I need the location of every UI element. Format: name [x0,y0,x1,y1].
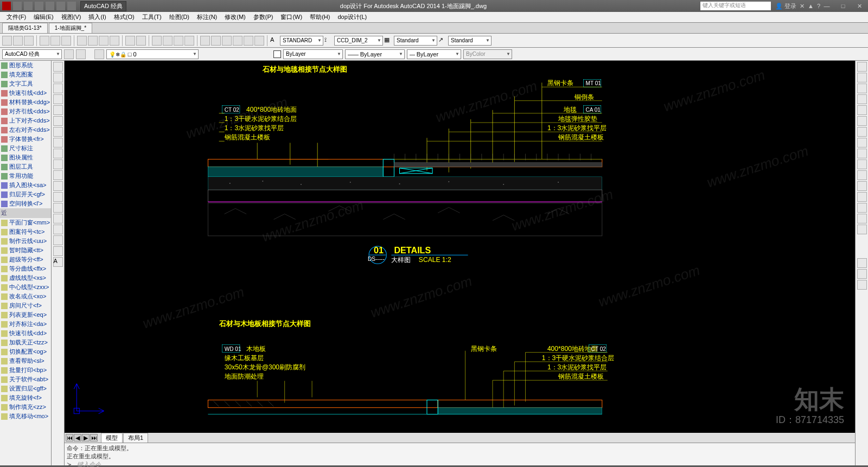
workspace-selector[interactable]: AutoCAD 经典 [80,1,126,11]
dim-style-combo[interactable]: CCD_DIM_2 [334,36,383,46]
workspace-combo[interactable]: AutoCAD 经典 [2,49,62,59]
block-icon[interactable] [53,192,63,202]
mtext-icon[interactable]: A [53,257,63,267]
side-item[interactable]: 中心线型<zxx> [9,283,49,291]
side-item[interactable]: 改名或点<xo> [9,292,46,300]
layer-props-icon[interactable] [94,49,104,59]
props-icon[interactable] [200,36,210,46]
point-icon[interactable] [53,203,63,213]
side-item[interactable]: 设置归层<gff> [9,385,47,393]
mirror-icon[interactable] [857,84,867,93]
cut-icon[interactable] [77,36,87,46]
side-item[interactable]: 左右对齐<dds> [9,126,50,134]
explode-icon[interactable] [857,225,867,234]
side-item[interactable]: 房间尺寸<f> [9,302,42,310]
paste-icon[interactable] [99,36,108,46]
side-item[interactable]: 图形系统 [9,61,33,69]
menu-view[interactable]: 视图(V) [58,12,85,22]
scale-icon[interactable] [857,138,867,148]
join-icon[interactable] [857,192,867,202]
trim-icon[interactable] [857,159,867,169]
markup-icon[interactable] [244,36,253,46]
side-item[interactable]: 暂时隐藏<tt> [9,246,43,254]
color-combo[interactable]: ByLayer [283,49,343,59]
side-item[interactable]: 制作填充<zz> [9,403,46,411]
list-icon[interactable] [857,280,867,290]
side-item[interactable]: 批量打印<bp> [9,366,47,374]
zoom-prev-icon[interactable] [184,36,194,46]
chamfer-icon[interactable] [857,203,867,213]
side-item[interactable]: 填充旋转<f> [9,394,42,402]
tool-palette-icon[interactable] [222,36,232,46]
menu-window[interactable]: 窗口(W) [277,12,305,22]
menu-dop[interactable]: dop设计(L) [334,12,370,22]
break-icon[interactable] [857,181,867,191]
sheet-set-icon[interactable] [233,36,242,46]
tab-model[interactable]: 模型 [101,433,123,443]
side-item[interactable]: 列表更新<eq> [9,311,47,319]
qat-undo-icon[interactable] [46,2,54,10]
side-item[interactable]: 对齐引线<dds> [9,107,50,116]
print-icon[interactable] [40,36,49,46]
qat-redo-icon[interactable] [56,2,65,10]
redo-icon[interactable] [136,36,146,46]
revcloud-icon[interactable] [53,138,63,148]
polyline-icon[interactable] [53,84,63,93]
pan-icon[interactable] [152,36,162,46]
match-icon[interactable] [110,36,119,46]
side-item[interactable]: 归层开关<gf> [9,190,45,199]
qat-save-icon[interactable] [35,2,43,10]
menu-file[interactable]: 文件(F) [3,12,29,22]
cloud-icon[interactable]: ▲ [808,3,814,9]
side-item[interactable]: 图块属性 [9,153,33,162]
linetype-combo[interactable]: —— ByLayer [345,49,405,59]
side-item[interactable]: 关于软件<abt> [9,375,48,383]
insert-icon[interactable] [53,181,63,191]
table-style-combo[interactable]: Standard [394,36,437,46]
side-item[interactable]: 填充图案 [9,71,33,79]
tab-first-icon[interactable]: ⏮ [66,434,73,442]
ws-settings-icon[interactable] [64,49,74,59]
exchange-icon[interactable]: ✕ [800,3,805,10]
offset-icon[interactable] [857,94,867,104]
doc-tab-0[interactable]: 隔墙类G1-13* [2,23,48,33]
side-item[interactable]: 常用功能 [9,172,33,180]
ellipse-arc-icon[interactable] [53,170,63,180]
polygon-icon[interactable] [53,94,63,104]
zoom-window-icon[interactable] [174,36,183,46]
drawing-canvas[interactable]: 石材与地毯相接节点大样图 CT 02 400*800地砖地面 1：3干硬水泥砂浆… [65,61,855,433]
qat-new-icon[interactable] [13,2,22,10]
mleader-style-combo[interactable]: Standard [448,36,492,46]
qat-print-icon[interactable] [67,2,76,10]
side-item[interactable]: 材料替换<ddg> [9,98,50,106]
menu-tools[interactable]: 工具(T) [139,12,165,22]
region-icon[interactable] [53,235,63,245]
tab-prev-icon[interactable]: ◀ [74,434,81,442]
save-icon[interactable] [24,36,34,46]
rotate-icon[interactable] [857,127,867,137]
xline-icon[interactable] [53,73,63,82]
tab-next-icon[interactable]: ▶ [82,434,90,442]
side-item[interactable]: 图案符号<tc> [9,228,44,236]
lineweight-combo[interactable]: — ByLayer [407,49,461,59]
command-line[interactable]: 命令：正在重生成模型。 正在重生成模型。 ≻_键入命令 [65,443,855,465]
side-item[interactable]: 制作云线<uu> [9,237,47,245]
side-item[interactable]: 上下对齐<dds> [9,117,50,125]
search-input[interactable]: 键入关键字或短语 [700,2,771,10]
table-icon[interactable] [53,246,63,256]
area-icon[interactable] [857,269,867,279]
menu-dimension[interactable]: 标注(N) [194,12,220,22]
copy-obj-icon[interactable] [857,73,867,82]
line-icon[interactable] [53,62,63,72]
color-swatch-icon[interactable] [273,50,281,58]
ws-gear-icon[interactable] [76,49,86,59]
arc-icon[interactable] [53,116,63,126]
maximize-button[interactable]: □ [837,3,850,9]
side-item[interactable]: 文字工具 [9,80,33,88]
layer-combo[interactable]: 💡❄🔒 □ 0 [106,49,199,59]
close-button[interactable]: ✕ [853,3,866,10]
doc-tab-1[interactable]: 1-地面踢脚_* [49,23,92,33]
side-item[interactable]: 超级等分<ff> [9,255,43,264]
side-item[interactable]: 空间转换<l'> [9,200,42,208]
copy-icon[interactable] [88,36,98,46]
